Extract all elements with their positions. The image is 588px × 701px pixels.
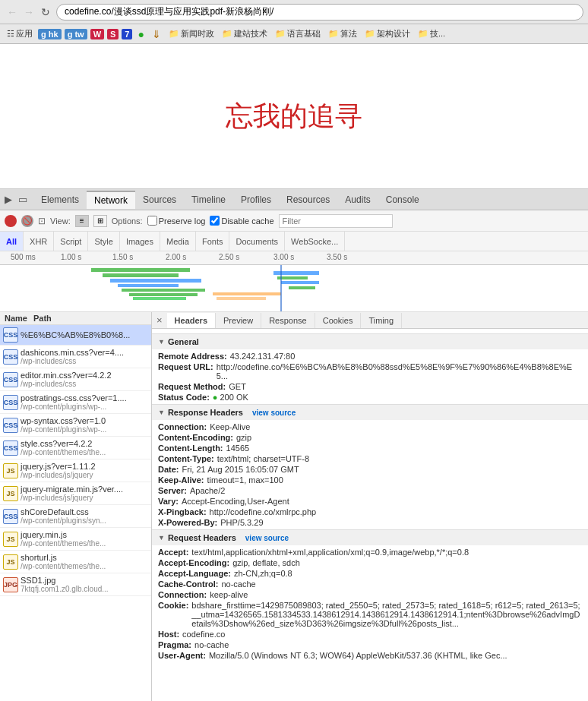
tick-500ms: 500 ms <box>11 253 36 261</box>
filter-documents[interactable]: Documents <box>229 232 285 251</box>
bookmark-ghk[interactable]: g hk <box>38 29 62 39</box>
inspect-icon[interactable]: ▶ <box>3 192 14 207</box>
bookmark-webdev[interactable]: 📁 建站技术 <box>220 27 270 40</box>
resp-powered-key: X-Powered-By: <box>158 518 217 527</box>
tick-1s: 1.00 s <box>61 253 81 261</box>
file-item-5[interactable]: CSS style.css?ver=4.2.2 /wp-content/them… <box>0 437 151 459</box>
folder-icon: 📁 <box>418 29 428 39</box>
back-button[interactable]: ← <box>5 5 20 20</box>
filter-input[interactable] <box>279 214 393 228</box>
bookmark-gtw[interactable]: g tw <box>65 29 87 39</box>
file-item-7[interactable]: JS jquery-migrate.min.js?ver.... /wp-inc… <box>0 482 151 505</box>
file-item-2[interactable]: CSS editor.min.css?ver=4.2.2 /wp-include… <box>0 368 151 391</box>
clear-button[interactable]: 🚫 <box>21 215 33 227</box>
resp-server-val: Apache/2 <box>190 486 225 495</box>
file-info-9: jquery.min.js /wp-content/themes/the... <box>21 530 148 548</box>
list-view-button[interactable]: ≡ <box>75 215 89 227</box>
file-info-11: SSD1.jpg 7ktqfj.com1.z0.glb.cloud... <box>21 576 148 593</box>
detail-tab-cookies[interactable]: Cookies <box>315 313 362 328</box>
disable-cache-checkbox[interactable] <box>210 216 220 226</box>
bookmark-weixin[interactable]: ● <box>135 27 146 41</box>
refresh-button[interactable]: ↻ <box>38 5 53 20</box>
file-name-3: postratings-css.css?ver=1.... <box>21 393 148 403</box>
filter-icon[interactable]: ⊡ <box>38 216 46 226</box>
tab-sources[interactable]: Sources <box>135 191 184 208</box>
file-item-11[interactable]: JPG SSD1.jpg 7ktqfj.com1.z0.glb.cloud... <box>0 573 151 596</box>
file-item-8[interactable]: CSS shCoreDefault.css /wp-content/plugin… <box>0 505 151 528</box>
tab-profiles[interactable]: Profiles <box>233 191 279 208</box>
bookmark-tech[interactable]: 📁 技... <box>416 27 447 40</box>
folder-icon: 📁 <box>169 29 179 39</box>
file-item-10[interactable]: JS shorturl.js /wp-content/themes/the... <box>0 551 151 573</box>
bookmark-down[interactable]: ⇓ <box>150 27 163 41</box>
resp-date-key: Date: <box>158 465 179 474</box>
filter-media[interactable]: Media <box>160 232 196 251</box>
file-name-6: jquery.js?ver=1.11.2 <box>21 462 148 471</box>
response-headers-section-header[interactable]: ▼ Response Headers view source <box>152 404 588 420</box>
file-item-1[interactable]: CSS dashicons.min.css?ver=4.... /wp-incl… <box>0 346 151 368</box>
preserve-log-label[interactable]: Preserve log <box>147 216 206 226</box>
filter-websocket[interactable]: WebSocke... <box>285 232 345 251</box>
filter-xhr[interactable]: XHR <box>24 232 54 251</box>
filter-style[interactable]: Style <box>88 232 119 251</box>
req-cache-control-val: no-cache <box>221 579 255 589</box>
file-item-3[interactable]: CSS postratings-css.css?ver=1.... /wp-co… <box>0 391 151 414</box>
filter-fonts[interactable]: Fonts <box>196 232 230 251</box>
tab-console[interactable]: Console <box>378 191 427 208</box>
file-item-9[interactable]: JS jquery.min.js /wp-content/themes/the.… <box>0 528 151 551</box>
forward-button[interactable]: → <box>21 5 36 20</box>
svg-rect-8 <box>277 276 308 279</box>
filter-all[interactable]: All <box>0 232 24 251</box>
bookmark-7[interactable]: 7 <box>122 29 132 39</box>
filter-script[interactable]: Script <box>54 232 88 251</box>
disable-cache-label[interactable]: Disable cache <box>210 216 273 226</box>
general-section-header[interactable]: ▼ General <box>152 333 588 349</box>
request-url-val: http://codefine.co/%E6%BC%AB%E8%B0%88ssd… <box>217 362 582 380</box>
svg-rect-4 <box>122 289 205 292</box>
tab-resources[interactable]: Resources <box>279 191 337 208</box>
filter-images[interactable]: Images <box>120 232 160 251</box>
js-icon-7: JS <box>3 486 18 501</box>
request-view-source-link[interactable]: view source <box>245 534 289 542</box>
preserve-log-checkbox[interactable] <box>147 216 157 226</box>
folder-icon: 📁 <box>328 29 339 39</box>
tab-elements[interactable]: Elements <box>33 191 87 208</box>
status-dot: ● <box>213 393 218 402</box>
bookmark-w[interactable]: W <box>90 29 104 39</box>
response-view-source-link[interactable]: view source <box>252 409 296 417</box>
tab-network[interactable]: Network <box>87 191 135 209</box>
file-item-4[interactable]: CSS wp-syntax.css?ver=1.0 /wp-content/pl… <box>0 414 151 437</box>
resp-date-row: Date: Fri, 21 Aug 2015 16:05:07 GMT <box>158 464 582 475</box>
bookmark-apps[interactable]: ☷ 应用 <box>5 27 35 40</box>
bookmark-lang[interactable]: 📁 语言基础 <box>273 27 323 40</box>
req-cookie-key: Cookie: <box>158 601 188 628</box>
req-accept-encoding-key: Accept-Encoding: <box>158 558 229 567</box>
bookmark-s[interactable]: S <box>107 29 119 39</box>
record-button[interactable] <box>5 215 17 227</box>
resp-content-type-val: text/html; charset=UTF-8 <box>217 454 309 463</box>
svg-rect-9 <box>281 281 319 284</box>
close-detail-button[interactable]: × <box>152 312 167 328</box>
nav-buttons: ← → ↻ <box>5 5 53 20</box>
grid-view-button[interactable]: ⊞ <box>93 215 107 227</box>
detail-tab-timing[interactable]: Timing <box>361 313 402 328</box>
bookmark-algo[interactable]: 📁 算法 <box>326 27 359 40</box>
request-headers-section-header[interactable]: ▼ Request Headers view source <box>152 529 588 545</box>
bookmark-news[interactable]: 📁 新闻时政 <box>166 27 217 40</box>
address-bar[interactable] <box>56 4 583 21</box>
tab-timeline[interactable]: Timeline <box>184 191 233 208</box>
req-host-key: Host: <box>158 630 179 639</box>
file-item-0[interactable]: CSS %E6%BC%AB%E8%B0%8... <box>0 325 151 346</box>
tab-audits[interactable]: Audits <box>337 191 378 208</box>
file-path-7: /wp-includes/js/jquery <box>21 494 148 502</box>
detail-tab-response[interactable]: Response <box>261 313 315 328</box>
detail-tab-headers[interactable]: Headers <box>167 313 216 328</box>
detail-tab-preview[interactable]: Preview <box>216 313 261 328</box>
bookmark-arch[interactable]: 📁 架构设计 <box>362 27 413 40</box>
remote-address-row: Remote Address: 43.242.131.47:80 <box>158 351 582 362</box>
file-item-6[interactable]: JS jquery.js?ver=1.11.2 /wp-includes/js/… <box>0 459 151 482</box>
request-headers-label: Request Headers <box>168 533 236 542</box>
mobile-icon[interactable]: ▭ <box>17 192 29 207</box>
status-code-val: 200 OK <box>220 393 248 402</box>
page-content: 忘我的追寻 <box>0 44 588 188</box>
